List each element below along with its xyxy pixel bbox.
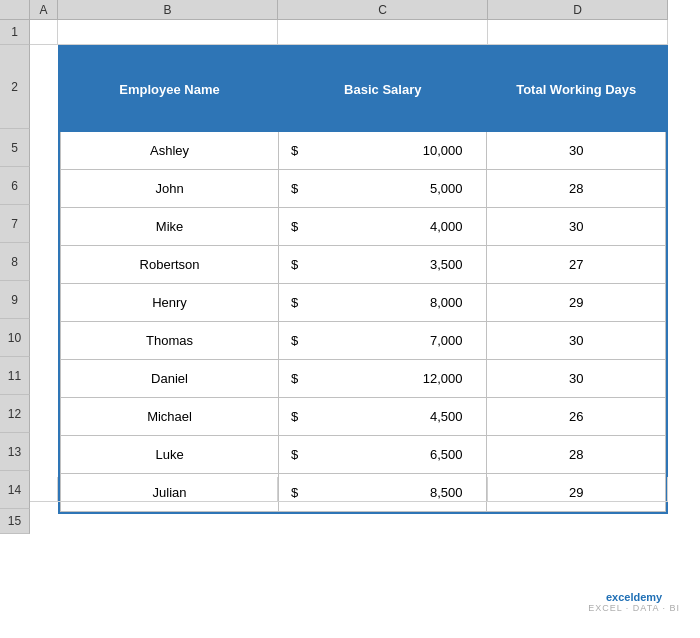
row-num-8: 8 [0,243,30,281]
cell-D1[interactable] [488,20,668,45]
salary-dollar-sign: $ [287,219,307,234]
row-num-14: 14 [0,471,30,509]
cell-B15[interactable] [58,477,278,502]
cell-employee-name[interactable]: Daniel [61,360,279,398]
cell-working-days[interactable]: 30 [487,360,666,398]
cell-A1[interactable] [30,20,58,45]
cell-D15[interactable] [488,477,668,502]
cell-C1[interactable] [278,20,488,45]
cell-employee-name[interactable]: Robertson [61,246,279,284]
cell-employee-name[interactable]: John [61,170,279,208]
col-header-A[interactable]: A [30,0,58,20]
row-num-1: 1 [0,20,30,45]
salary-dollar-sign: $ [287,295,307,310]
row-num-2: 2 [0,45,30,129]
salary-amount: 10,000 [307,143,478,158]
cell-employee-name[interactable]: Luke [61,436,279,474]
salary-dollar-sign: $ [287,181,307,196]
col-header-D[interactable]: D [488,0,668,20]
cell-working-days[interactable]: 29 [487,284,666,322]
row-num-13: 13 [0,433,30,471]
grid-body: 1 2 3 4 5 6 7 8 9 10 11 12 13 14 15 [0,20,700,534]
row-num-9: 9 [0,281,30,319]
row-num-7: 7 [0,205,30,243]
cell-working-days[interactable]: 30 [487,208,666,246]
header-basic-salary: Basic Salary [279,48,487,132]
salary-dollar-sign: $ [287,447,307,462]
cell-C15[interactable] [278,477,488,502]
cell-working-days[interactable]: 30 [487,132,666,170]
cell-basic-salary[interactable]: $6,500 [279,436,487,474]
cell-working-days[interactable]: 26 [487,398,666,436]
grid-row-1 [30,20,700,45]
cell-employee-name[interactable]: Michael [61,398,279,436]
salary-amount: 8,000 [307,295,478,310]
watermark: exceldemy EXCEL · DATA · BI [588,591,680,613]
cell-basic-salary[interactable]: $12,000 [279,360,487,398]
table-body: Ashley$10,00030John$5,00028Mike$4,00030R… [61,132,666,512]
data-table: Employee Name Basic Salary Total Working… [60,47,666,512]
table-header-row: Employee Name Basic Salary Total Working… [61,48,666,132]
row-num-15: 15 [0,509,30,534]
cell-working-days[interactable]: 28 [487,436,666,474]
salary-dollar-sign: $ [287,333,307,348]
cell-working-days[interactable]: 28 [487,170,666,208]
cell-basic-salary[interactable]: $5,000 [279,170,487,208]
header-employee-name: Employee Name [61,48,279,132]
table-row[interactable]: Michael$4,50026 [61,398,666,436]
cell-working-days[interactable]: 30 [487,322,666,360]
row-numbers: 1 2 3 4 5 6 7 8 9 10 11 12 13 14 15 [0,20,30,534]
spreadsheet-container: A B C D 1 2 3 4 5 6 7 8 9 10 11 12 13 [0,0,700,638]
cell-basic-salary[interactable]: $8,000 [279,284,487,322]
row-num-12: 12 [0,395,30,433]
col-header-B[interactable]: B [58,0,278,20]
cells-grid: Employee Name Basic Salary Total Working… [30,20,700,534]
salary-amount: 6,500 [307,447,478,462]
salary-amount: 4,000 [307,219,478,234]
salary-amount: 3,500 [307,257,478,272]
table-row[interactable]: Luke$6,50028 [61,436,666,474]
salary-amount: 4,500 [307,409,478,424]
table-row[interactable]: Thomas$7,00030 [61,322,666,360]
cell-basic-salary[interactable]: $10,000 [279,132,487,170]
table-row[interactable]: Henry$8,00029 [61,284,666,322]
row-num-5: 5 [0,129,30,167]
table-row[interactable]: Ashley$10,00030 [61,132,666,170]
col-header-C[interactable]: C [278,0,488,20]
salary-amount: 12,000 [307,371,478,386]
cell-basic-salary[interactable]: $3,500 [279,246,487,284]
watermark-tagline: EXCEL · DATA · BI [588,603,680,613]
cell-basic-salary[interactable]: $7,000 [279,322,487,360]
row-num-11: 11 [0,357,30,395]
salary-dollar-sign: $ [287,409,307,424]
salary-amount: 5,000 [307,181,478,196]
column-headers: A B C D [0,0,700,20]
cell-employee-name[interactable]: Henry [61,284,279,322]
cell-basic-salary[interactable]: $4,000 [279,208,487,246]
row-num-10: 10 [0,319,30,357]
cell-employee-name[interactable]: Mike [61,208,279,246]
cell-B1[interactable] [58,20,278,45]
table-row[interactable]: John$5,00028 [61,170,666,208]
salary-dollar-sign: $ [287,257,307,272]
row-num-6: 6 [0,167,30,205]
cell-working-days[interactable]: 27 [487,246,666,284]
corner-cell [0,0,30,20]
cell-employee-name[interactable]: Thomas [61,322,279,360]
data-table-container: Employee Name Basic Salary Total Working… [58,45,668,514]
header-total-working-days: Total Working Days [487,48,666,132]
cell-employee-name[interactable]: Ashley [61,132,279,170]
table-row[interactable]: Daniel$12,00030 [61,360,666,398]
table-row[interactable]: Robertson$3,50027 [61,246,666,284]
salary-amount: 7,000 [307,333,478,348]
cell-A15[interactable] [30,477,58,502]
watermark-logo: exceldemy [588,591,680,603]
salary-dollar-sign: $ [287,143,307,158]
grid-row-15 [30,477,668,502]
cell-basic-salary[interactable]: $4,500 [279,398,487,436]
salary-dollar-sign: $ [287,371,307,386]
table-row[interactable]: Mike$4,00030 [61,208,666,246]
